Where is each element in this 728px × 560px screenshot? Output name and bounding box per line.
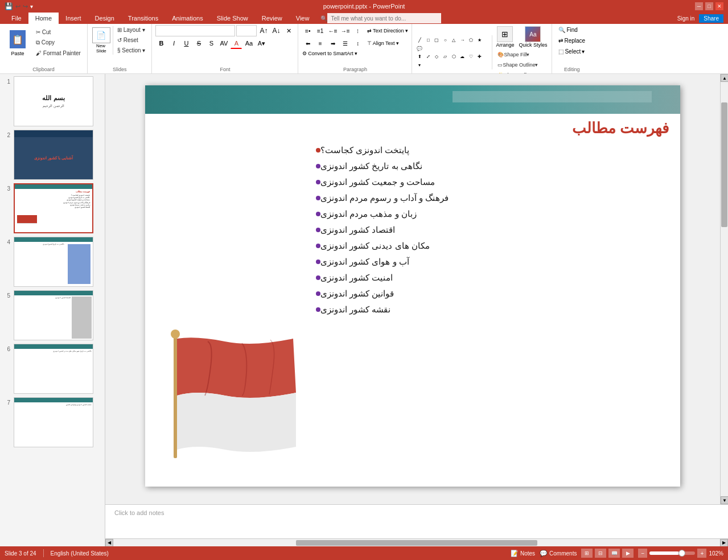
redo-button[interactable]: ↪ <box>23 3 28 10</box>
slide-thumb-4[interactable]: نگاهی به تاریخ کشور اندونزی <box>14 237 93 287</box>
shape-pentagon[interactable]: ⬠ <box>467 36 475 44</box>
clear-formatting-button[interactable]: ✕ <box>283 25 294 36</box>
increase-font-button[interactable]: A↑ <box>258 25 269 36</box>
notes-area[interactable]: Click to add notes <box>105 504 728 538</box>
shape-rounded-rect[interactable]: ▢ <box>433 36 441 44</box>
tab-slideshow[interactable]: Slide Show <box>210 13 255 24</box>
slide-thumb-1[interactable]: بسم الله الرحمن الرحيم <box>14 76 93 126</box>
view-normal-button[interactable]: ⊞ <box>581 549 593 558</box>
tab-review[interactable]: Review <box>255 13 289 24</box>
view-buttons[interactable]: ⊞ ⊟ 📖 ▶ <box>581 549 634 558</box>
slide-item-2[interactable]: 2 آشنایی با کشور اندونزی <box>2 130 102 180</box>
slide-thumb-7[interactable]: نقشه کشور اندونزی و قوانین کشور <box>14 397 93 447</box>
slide-thumb-6[interactable]: نگاهی به تاریخ شهر مکان های دیدنی کشور ا… <box>14 344 93 394</box>
decrease-indent-button[interactable]: ←≡ <box>327 25 339 36</box>
slide-thumb-2[interactable]: آشنایی با کشور اندونزی <box>14 130 93 180</box>
undo-button[interactable]: ↩ <box>15 3 20 10</box>
tab-home[interactable]: Home <box>28 13 59 24</box>
zoom-in-button[interactable]: + <box>697 549 706 558</box>
shape-outline-button[interactable]: ▭ Shape Outline ▾ <box>495 60 548 69</box>
underline-button[interactable]: U <box>180 38 192 49</box>
font-color2-button[interactable]: A▾ <box>256 38 267 49</box>
sign-in-button[interactable]: Sign in <box>677 15 695 22</box>
section-button[interactable]: § Section ▾ <box>114 46 148 55</box>
shape-hexagon[interactable]: ⬡ <box>450 52 458 60</box>
find-button[interactable]: 🔍 Find <box>556 25 580 35</box>
view-reading-button[interactable]: 📖 <box>608 549 620 558</box>
shape-cross[interactable]: ✚ <box>475 52 483 60</box>
shadow-button[interactable]: S <box>205 38 217 49</box>
text-direction-button[interactable]: ⇄ Text Direction ▾ <box>367 28 408 34</box>
align-left-button[interactable]: ⬅ <box>302 38 314 49</box>
shape-diamond[interactable]: ◇ <box>433 52 441 60</box>
maximize-button[interactable]: □ <box>705 2 713 10</box>
shape-triangle[interactable]: △ <box>450 36 458 44</box>
italic-button[interactable]: I <box>168 38 179 49</box>
cut-button[interactable]: ✂ Cut <box>33 27 84 37</box>
scroll-right-button[interactable]: ▶ <box>720 539 728 547</box>
bold-button[interactable]: B <box>155 38 167 49</box>
shape-oval[interactable]: ○ <box>441 36 449 44</box>
strikethrough-button[interactable]: S <box>193 38 204 49</box>
font-color-button[interactable]: A <box>231 38 242 49</box>
new-slide-button[interactable]: 📄 NewSlide <box>91 26 112 55</box>
font-name-input[interactable] <box>155 25 235 36</box>
slide-item-7[interactable]: 7 نقشه کشور اندونزی و قوانین کشور <box>2 397 102 447</box>
numbering-button[interactable]: ≡1 <box>315 25 326 36</box>
center-button[interactable]: ≡ <box>315 38 326 49</box>
align-right-button[interactable]: ➡ <box>327 38 339 49</box>
quick-styles-button[interactable]: Aa Quick Styles <box>517 25 548 49</box>
slide-item-4[interactable]: 4 نگاهی به تاریخ کشور اندونزی <box>2 237 102 287</box>
change-case-button[interactable]: Aa <box>243 38 254 49</box>
slide-thumb-3[interactable]: فهرست مطالب پایتخت اندونزی کجاست؟ نگاهی … <box>14 183 93 233</box>
zoom-slider[interactable] <box>649 551 695 555</box>
align-text-button[interactable]: ⊤ Align Text ▾ <box>367 40 399 46</box>
vertical-scrollbar[interactable]: ▲ ▼ <box>720 74 728 504</box>
quick-access-toolbar[interactable]: 💾 ↩ ↪ ▾ <box>5 2 33 10</box>
comments-button[interactable]: 💬 Comments <box>540 550 577 557</box>
decrease-font-button[interactable]: A↓ <box>270 25 282 36</box>
slide-canvas[interactable]: فهرست مطالب پایتخت اندونزی کجاست؟ نگاهی … <box>145 85 680 487</box>
slide-thumb-5[interactable]: اقتصاد کشور اندونزی <box>14 290 93 340</box>
convert-smartart-button[interactable]: ⚙ Convert to SmartArt ▾ <box>302 51 358 56</box>
paste-button[interactable]: 📋 Paste <box>3 25 32 59</box>
columns-button[interactable]: ⫶ <box>352 25 364 36</box>
scrollbar-thumb[interactable] <box>721 102 727 227</box>
window-controls[interactable]: ─ □ ✕ <box>695 2 723 10</box>
tab-insert[interactable]: Insert <box>59 13 88 24</box>
format-painter-button[interactable]: 🖌 Format Painter <box>33 48 84 58</box>
tab-file[interactable]: File <box>5 13 28 24</box>
shape-line[interactable]: ╱ <box>416 36 423 44</box>
search-input[interactable] <box>327 13 441 23</box>
view-slide-sorter-button[interactable]: ⊟ <box>595 549 606 558</box>
select-button[interactable]: ⬚ Select ▾ <box>556 47 587 56</box>
zoom-out-button[interactable]: − <box>638 549 647 558</box>
tab-animations[interactable]: Animations <box>165 13 209 24</box>
replace-button[interactable]: ⇄ Replace <box>556 36 588 46</box>
close-button[interactable]: ✕ <box>715 2 723 10</box>
view-slideshow-button[interactable]: ▶ <box>622 549 634 558</box>
status-right[interactable]: 📝 Notes 💬 Comments ⊞ ⊟ 📖 ▶ − + 102% <box>511 549 723 558</box>
shape-connector[interactable]: ⤢ <box>424 52 432 60</box>
reset-button[interactable]: ↺ Reset <box>114 35 148 45</box>
shape-cloud[interactable]: ☁ <box>458 52 466 60</box>
char-spacing-button[interactable]: AV <box>218 38 229 49</box>
slide-item-1[interactable]: 1 بسم الله الرحمن الرحيم <box>2 76 102 126</box>
copy-button[interactable]: ⧉ Copy <box>33 38 84 48</box>
bullets-button[interactable]: ≡• <box>302 25 314 36</box>
tab-design[interactable]: Design <box>88 13 121 24</box>
shape-arrow[interactable]: → <box>458 36 466 44</box>
scroll-down-button[interactable]: ▼ <box>721 496 728 504</box>
tab-view[interactable]: View <box>289 13 316 24</box>
shape-heart[interactable]: ♡ <box>467 52 475 60</box>
notes-button[interactable]: 📝 Notes <box>511 550 535 557</box>
increase-indent-button[interactable]: →≡ <box>340 25 351 36</box>
slide-item-5[interactable]: 5 اقتصاد کشور اندونزی <box>2 290 102 340</box>
shape-more[interactable]: ▾ <box>416 61 423 69</box>
line-spacing-button[interactable]: ↕ <box>352 38 364 49</box>
shape-fill-button[interactable]: 🎨 Shape Fill ▾ <box>495 50 548 59</box>
scroll-up-button[interactable]: ▲ <box>721 74 728 82</box>
zoom-controls[interactable]: − + 102% <box>638 549 723 558</box>
tab-transitions[interactable]: Transitions <box>121 13 165 24</box>
scroll-left-button[interactable]: ◀ <box>105 539 113 547</box>
